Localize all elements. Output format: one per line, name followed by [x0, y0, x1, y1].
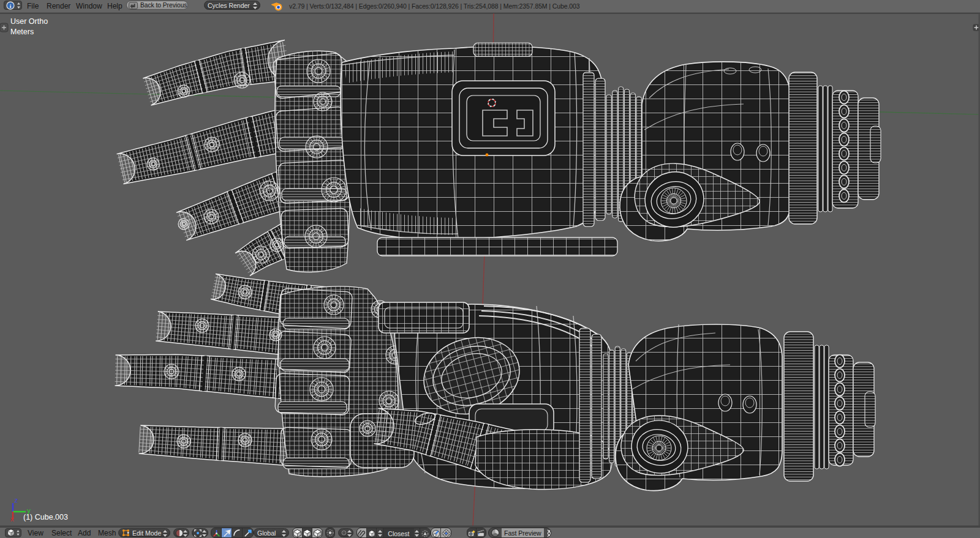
svg-text:z: z [15, 496, 18, 504]
svg-text:x: x [10, 515, 14, 523]
svg-text:Meters: Meters [10, 28, 34, 36]
svg-text:User Ortho: User Ortho [10, 17, 48, 26]
svg-text:(1) Cube.003: (1) Cube.003 [23, 513, 68, 521]
